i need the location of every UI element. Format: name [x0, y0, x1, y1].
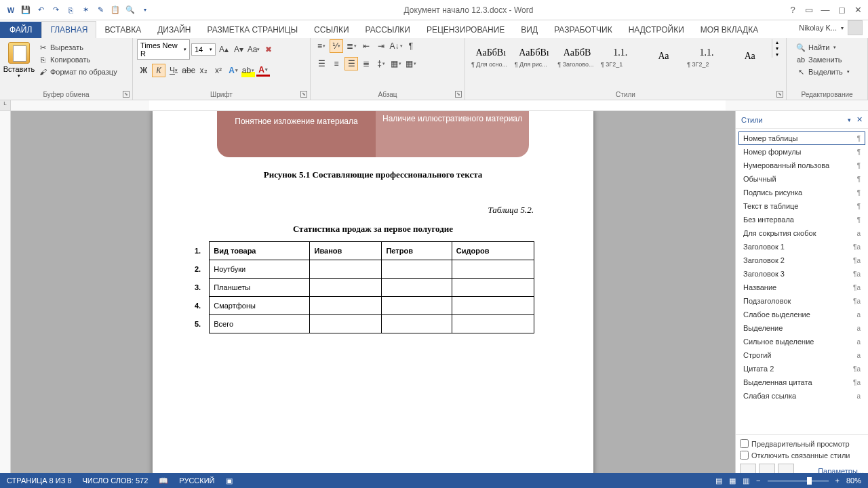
numbering-button[interactable]: ⅟ — [330, 39, 343, 53]
status-macro-icon[interactable]: ▣ — [226, 476, 233, 485]
grow-font-button[interactable]: A▴ — [217, 43, 231, 56]
table-header[interactable]: Вид товара — [210, 242, 310, 260]
help-icon[interactable]: ? — [785, 3, 800, 18]
document-area[interactable]: Понятное изложение материала Наличие илл… — [11, 111, 735, 483]
highlight-button[interactable]: ab — [241, 64, 255, 77]
qat-more-icon[interactable]: ▾ — [138, 3, 152, 17]
align-right-button[interactable]: ☰ — [344, 57, 358, 70]
replace-button[interactable]: abЗаменить — [795, 54, 859, 65]
style-gallery-item[interactable]: АаБбВ¶ Заголово... — [555, 39, 599, 76]
cut-button[interactable]: ✂Вырезать — [37, 42, 119, 53]
justify-button[interactable]: ≣ — [359, 57, 373, 70]
style-list-item[interactable]: Заголовок 3¶a — [738, 267, 865, 281]
shading-button[interactable]: ▦ — [389, 57, 403, 70]
style-list-item[interactable]: Текст в таблице¶ — [738, 199, 865, 213]
close-icon[interactable]: ✕ — [850, 3, 865, 18]
style-gallery-item[interactable]: Аа — [642, 39, 686, 76]
clipboard-dialog[interactable]: ⬊ — [123, 91, 130, 98]
select-button[interactable]: ↖Выделить▾ — [795, 66, 859, 77]
align-left-button[interactable]: ☰ — [315, 57, 328, 70]
style-gallery-item[interactable]: 1.1.¶ 3Г2_1 — [599, 39, 642, 76]
font-dialog[interactable]: ⬊ — [300, 91, 307, 98]
table-header[interactable]: Сидоров — [452, 242, 534, 260]
style-gallery-item[interactable]: 1.1.¶ 3Г2_2 — [685, 39, 728, 76]
superscript-button[interactable]: x² — [212, 64, 225, 77]
tab-home[interactable]: ГЛАВНАЯ — [41, 21, 96, 38]
subscript-button[interactable]: x₂ — [197, 64, 210, 77]
zoom-level[interactable]: 80% — [846, 476, 861, 485]
style-list-item[interactable]: Заголовок 2¶a — [738, 253, 865, 267]
table-row[interactable]: Планшеты — [210, 279, 534, 297]
qat1-icon[interactable]: ⎘ — [64, 3, 77, 17]
view-web-icon[interactable]: ▥ — [743, 476, 749, 485]
find-button[interactable]: 🔍Найти▾ — [795, 42, 859, 53]
styles-more-button[interactable]: ▴▾▾ — [772, 39, 782, 58]
tab-addins[interactable]: НАДСТРОЙКИ — [620, 22, 692, 38]
style-list-item[interactable]: Для сокрытия скобокa — [738, 226, 865, 240]
style-list-item[interactable]: Название¶a — [738, 281, 865, 294]
style-list-item[interactable]: Номер таблицы¶ — [738, 131, 865, 145]
style-list-item[interactable]: Без интервала¶ — [738, 213, 865, 226]
clear-format-button[interactable]: ✖ — [262, 43, 275, 56]
undo-icon[interactable]: ↶ — [34, 3, 47, 17]
font-color-button[interactable]: А — [256, 64, 270, 77]
text-effects-button[interactable]: A — [226, 64, 240, 77]
qat4-icon[interactable]: 📋 — [108, 3, 122, 17]
copy-button[interactable]: ⎘Копировать — [37, 54, 119, 65]
style-list-item[interactable]: Выделениеa — [738, 321, 865, 335]
style-list-item[interactable]: Номер формулы¶ — [738, 145, 865, 159]
table-row[interactable]: Смартфоны — [210, 297, 534, 315]
style-list-item[interactable]: Сильное выделениеa — [738, 335, 865, 348]
redo-icon[interactable]: ↷ — [49, 3, 62, 17]
format-painter-button[interactable]: 🖌Формат по образцу — [37, 66, 119, 77]
table-row[interactable]: Всего — [210, 315, 534, 333]
zoom-slider[interactable] — [768, 480, 829, 482]
tab-review[interactable]: РЕЦЕНЗИРОВАНИЕ — [418, 22, 513, 38]
paragraph-dialog[interactable]: ⬊ — [455, 91, 462, 98]
qat5-icon[interactable]: 🔍 — [123, 3, 137, 17]
qat3-icon[interactable]: ✎ — [94, 3, 107, 17]
italic-button[interactable]: К — [152, 64, 165, 77]
pane-dropdown-icon[interactable]: ▾ — [848, 117, 851, 123]
tab-design[interactable]: ДИЗАЙН — [149, 22, 199, 38]
shrink-font-button[interactable]: A▾ — [232, 43, 245, 56]
view-read-icon[interactable]: ▤ — [715, 476, 722, 485]
style-list-item[interactable]: Подзаголовок¶a — [738, 294, 865, 308]
vertical-ruler[interactable] — [0, 111, 11, 483]
style-list-item[interactable]: Цитата 2¶a — [738, 362, 865, 375]
style-gallery-item[interactable]: АаБбВı¶ Для рис... — [513, 39, 556, 76]
minimize-icon[interactable]: — — [818, 3, 833, 18]
zoom-in-button[interactable]: + — [835, 476, 840, 485]
tab-mailings[interactable]: РАССЫЛКИ — [357, 22, 418, 38]
pane-close-icon[interactable]: ✕ — [856, 115, 863, 123]
bullets-button[interactable]: ≡ — [315, 39, 328, 53]
tab-insert[interactable]: ВСТАВКА — [96, 22, 149, 38]
maximize-icon[interactable]: ◻ — [834, 3, 849, 18]
align-center-button[interactable]: ≡ — [330, 57, 343, 70]
font-name-select[interactable]: Times New R▾ — [137, 39, 190, 60]
change-case-button[interactable]: Aa▾ — [247, 43, 260, 56]
show-marks-button[interactable]: ¶ — [404, 39, 418, 53]
status-language[interactable]: РУССКИЙ — [179, 476, 214, 485]
table-header[interactable]: Иванов — [310, 242, 382, 260]
style-list-item[interactable]: Выделенная цитата¶a — [738, 375, 865, 389]
tab-custom[interactable]: МОЯ ВКЛАДКА — [692, 22, 766, 38]
ribbon-opts-icon[interactable]: ▭ — [802, 3, 816, 18]
data-table[interactable]: Вид товараИвановПетровСидоров НоутбукиПл… — [209, 241, 534, 333]
bold-button[interactable]: Ж — [137, 64, 151, 77]
style-list-item[interactable]: Обычный¶ — [738, 172, 865, 186]
disable-linked-checkbox[interactable]: Отключить связанные стили — [740, 451, 864, 460]
style-list-item[interactable]: Нумерованный пользова¶ — [738, 159, 865, 172]
preview-checkbox[interactable]: Предварительный просмотр — [740, 439, 864, 448]
zoom-out-button[interactable]: − — [756, 476, 760, 485]
dec-indent-button[interactable]: ⇤ — [359, 39, 373, 53]
status-page[interactable]: СТРАНИЦА 8 ИЗ 8 — [7, 476, 72, 485]
table-row[interactable]: Ноутбуки — [210, 260, 534, 279]
user-account[interactable]: Nikolay K...▾ — [793, 18, 868, 38]
save-icon[interactable]: 💾 — [19, 3, 33, 17]
style-list-item[interactable]: Слабое выделениеa — [738, 308, 865, 321]
horizontal-ruler[interactable] — [149, 100, 726, 110]
view-print-icon[interactable]: ▦ — [729, 476, 736, 485]
tab-view[interactable]: ВИД — [513, 22, 546, 38]
sort-button[interactable]: A↓ — [389, 39, 403, 53]
